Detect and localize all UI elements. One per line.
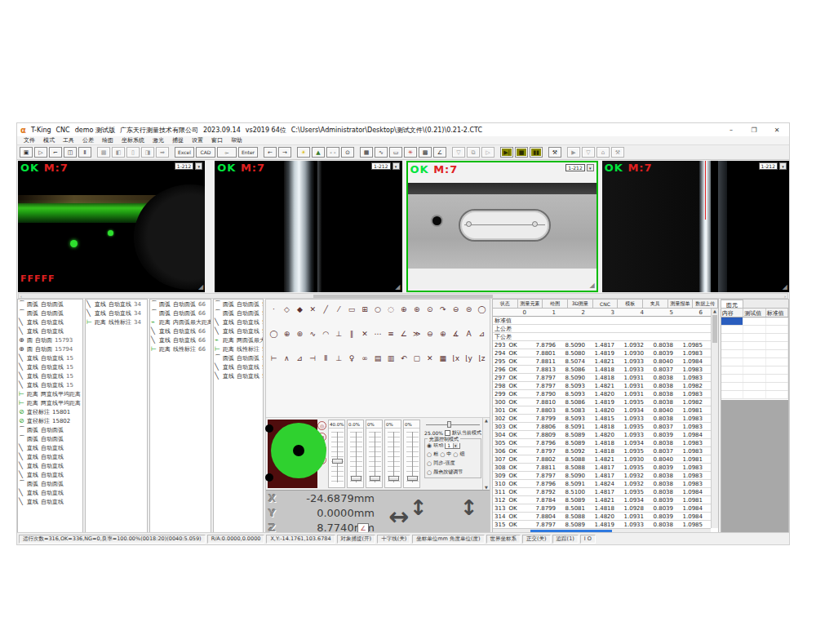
z-jog-pad[interactable]: ↕ bbox=[460, 495, 478, 520]
palette-tool-icon[interactable]: ▭ bbox=[346, 302, 358, 316]
palette-tool-icon[interactable]: ⊢ bbox=[268, 351, 280, 365]
rp-row[interactable] bbox=[721, 375, 788, 383]
table-row[interactable]: 310OK7.87968.50911.48241.09320.80381.098… bbox=[493, 480, 711, 488]
toolbar-button[interactable]: Excel bbox=[175, 147, 194, 158]
camera-row-scrollbar[interactable]: ‹› bbox=[18, 293, 788, 299]
light-slider[interactable]: 0% bbox=[366, 420, 383, 488]
palette-tool-icon[interactable]: ⊕ bbox=[397, 302, 410, 316]
list-item[interactable]: ⊢距离两直线平均距离 bbox=[18, 389, 82, 398]
rp-row[interactable] bbox=[721, 391, 788, 399]
toolbar-button[interactable]: ▲ bbox=[312, 147, 325, 158]
palette-tool-icon[interactable]: ≡ bbox=[384, 326, 397, 340]
list-item[interactable]: ╲直线自动直线 bbox=[18, 461, 82, 470]
list-item[interactable]: ⊕圆自动圆15793 bbox=[18, 335, 82, 344]
palette-tool-icon[interactable]: ↶ bbox=[397, 351, 410, 365]
palette-tool-icon[interactable]: ○ bbox=[372, 302, 384, 316]
list-item[interactable]: ⊢距离线性标注66 bbox=[150, 344, 211, 353]
table-row[interactable]: 294OK7.88018.50801.48191.09300.80391.098… bbox=[493, 349, 711, 358]
table-vscrollbar[interactable]: ▲ bbox=[711, 309, 718, 528]
palette-tool-icon[interactable]: ⋯ bbox=[372, 326, 384, 340]
options-scrollbar[interactable]: ▲▼ bbox=[482, 418, 490, 490]
menu-窗口[interactable]: 窗口 bbox=[211, 136, 223, 144]
palette-tool-icon[interactable]: ▤ bbox=[372, 351, 384, 365]
camera-view-4[interactable]: OK M:7 1-212 ▾ ◢ bbox=[602, 161, 789, 292]
table-row[interactable]: 302OK7.87998.50931.48151.09330.80381.098… bbox=[493, 415, 711, 423]
list-item[interactable]: ╲直线自动直线55 bbox=[214, 318, 263, 326]
palette-tool-icon[interactable]: ⊛ bbox=[294, 326, 306, 340]
palette-tool-icon[interactable]: ◯ bbox=[268, 326, 280, 340]
list-item[interactable]: ⊢距离两直线平均距离 bbox=[18, 398, 82, 407]
table-row[interactable]: 301OK7.88038.50831.48201.09340.80401.098… bbox=[493, 406, 711, 415]
default-mode-checkbox[interactable] bbox=[445, 430, 450, 436]
list-item[interactable]: ⌒圆弧自动圆弧 bbox=[18, 300, 82, 309]
palette-tool-icon[interactable]: ◇ bbox=[281, 302, 293, 316]
palette-tool-icon[interactable]: ♀ bbox=[346, 351, 358, 365]
palette-tool-icon[interactable]: ⊖ bbox=[450, 302, 462, 316]
palette-tool-icon[interactable]: ▥ bbox=[384, 351, 397, 365]
palette-tool-icon[interactable]: ⊞ bbox=[359, 302, 371, 316]
radio-粗[interactable]: ○ bbox=[427, 451, 432, 458]
palette-tool-icon[interactable]: ⊥ bbox=[333, 326, 345, 340]
palette-tool-icon[interactable]: ✕ bbox=[307, 302, 319, 316]
table-row[interactable]: 313OK7.87998.50811.48181.09280.80391.098… bbox=[493, 504, 711, 513]
menu-帮助[interactable]: 帮助 bbox=[231, 136, 242, 144]
camera-channel-dropdown[interactable]: ▾ bbox=[195, 162, 202, 170]
list-item[interactable]: ╲直线自动直线66 bbox=[150, 335, 211, 344]
table-row[interactable]: 312OK7.87848.50891.48211.09340.80391.098… bbox=[493, 496, 711, 504]
list-item[interactable]: ⌒圆弧自动圆弧 bbox=[18, 425, 82, 434]
toolbar-button[interactable]: ◨ bbox=[141, 147, 154, 158]
master-slider[interactable] bbox=[426, 421, 480, 428]
palette-tool-icon[interactable]: ⊖ bbox=[424, 326, 436, 340]
list-item[interactable]: ⊘直径标注15802 bbox=[18, 416, 82, 425]
table-row[interactable]: 306OK7.87978.50921.48181.09350.80371.098… bbox=[493, 447, 711, 455]
radio-细[interactable]: ○ bbox=[453, 451, 458, 458]
table-tab-3D测量[interactable]: 3D测量 bbox=[568, 300, 593, 308]
toolbar-button[interactable]: ▭ bbox=[389, 147, 402, 158]
palette-tool-icon[interactable]: ⊕ bbox=[281, 326, 293, 340]
camera-channel-dropdown[interactable]: ▾ bbox=[779, 162, 787, 170]
rp-row[interactable] bbox=[721, 350, 788, 358]
slider-thumb[interactable] bbox=[332, 459, 343, 464]
light-slider[interactable]: 0.0% bbox=[347, 420, 364, 488]
toolbar-button[interactable]: ☀ bbox=[297, 147, 310, 158]
list-item[interactable]: ╲直线自动直线55 bbox=[214, 326, 263, 335]
list-item[interactable]: ⌒圆弧自动圆弧66 bbox=[150, 309, 211, 318]
list-item[interactable]: ╲直线自动直线 bbox=[18, 326, 82, 335]
list-item[interactable]: ⌒圆弧自动圆弧 bbox=[18, 309, 82, 318]
palette-tool-icon[interactable]: ⊕ bbox=[437, 326, 449, 340]
toolbar-button[interactable]: ▦ bbox=[360, 147, 373, 158]
list-item[interactable]: ╲直线自动直线55 bbox=[214, 362, 263, 371]
sync-radio[interactable]: ○ bbox=[427, 460, 432, 467]
camera-channel-dropdown[interactable]: ▾ bbox=[587, 164, 594, 171]
camera-channel-dropdown[interactable]: ▾ bbox=[392, 162, 400, 170]
toolbar-button[interactable]: ▷ bbox=[481, 147, 494, 158]
toolbar-button[interactable]: ⟜ bbox=[217, 147, 237, 158]
table-row[interactable]: 293OK7.87968.50901.48171.09320.80381.098… bbox=[493, 341, 711, 349]
palette-tool-icon[interactable]: ⊿ bbox=[294, 351, 306, 365]
rp-row[interactable] bbox=[721, 358, 788, 366]
palette-tool-icon[interactable]: ◆ bbox=[294, 302, 306, 316]
light-slider[interactable]: 40.0% bbox=[328, 420, 345, 488]
list-item[interactable]: ╲直线自动直线55 bbox=[214, 371, 263, 380]
list-item[interactable]: ╲直线自动直线 bbox=[18, 497, 82, 506]
list-item[interactable]: ╲直线自动直线 bbox=[18, 318, 82, 326]
toolbar-button[interactable]: ⌐ bbox=[49, 147, 62, 158]
palette-tool-icon[interactable]: ╱ bbox=[320, 302, 332, 316]
ring-light-indicator[interactable] bbox=[268, 420, 317, 488]
rp-row[interactable] bbox=[721, 326, 788, 334]
rp-row[interactable] bbox=[721, 383, 788, 391]
slider-thumb[interactable] bbox=[407, 476, 418, 481]
radio-中[interactable]: ○ bbox=[440, 451, 445, 458]
table-tab-夹具[interactable]: 夹具 bbox=[643, 300, 668, 308]
rp-row[interactable] bbox=[721, 366, 788, 375]
menu-文件[interactable]: 文件 bbox=[24, 136, 35, 144]
table-row[interactable]: 303OK7.88068.50911.48181.09350.80371.098… bbox=[493, 423, 711, 431]
table-tab-测量元素[interactable]: 测量元素 bbox=[518, 300, 543, 308]
palette-tool-icon[interactable]: ∡ bbox=[450, 326, 462, 340]
palette-tool-icon[interactable]: ◌ bbox=[384, 302, 397, 316]
list-item[interactable]: ⊕圆自动圆15794 bbox=[18, 344, 82, 353]
menu-坐标系统[interactable]: 坐标系统 bbox=[122, 136, 144, 144]
menu-模式[interactable]: 模式 bbox=[43, 136, 55, 144]
rp-row[interactable] bbox=[721, 334, 788, 342]
close-button[interactable]: ✕ bbox=[768, 127, 786, 134]
